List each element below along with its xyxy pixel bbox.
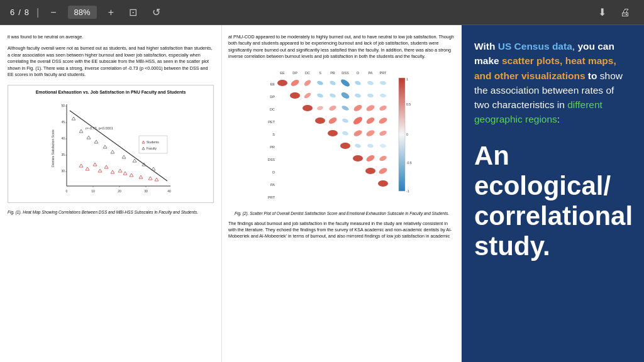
svg-point-106 bbox=[367, 143, 374, 148]
svg-text:DSS: DSS bbox=[341, 71, 349, 75]
svg-marker-39 bbox=[111, 150, 114, 153]
svg-point-87 bbox=[316, 106, 323, 111]
svg-text:0: 0 bbox=[406, 133, 408, 136]
svg-marker-37 bbox=[94, 140, 98, 143]
svg-marker-32 bbox=[148, 177, 152, 180]
svg-point-103 bbox=[379, 129, 387, 136]
svg-text:Students: Students bbox=[147, 140, 159, 144]
svg-text:20: 20 bbox=[118, 189, 121, 193]
scatter-chart-svg: 50 45 40 35 30 0 10 20 30 bbox=[48, 98, 174, 199]
svg-marker-24 bbox=[93, 163, 97, 166]
svg-point-101 bbox=[352, 129, 362, 138]
pdf-left-column: it was found to be neutral on average. A… bbox=[0, 25, 222, 362]
print-button[interactable]: 🖨 bbox=[616, 4, 634, 21]
svg-text:DSS: DSS bbox=[267, 158, 275, 162]
svg-text:PA: PA bbox=[368, 71, 372, 75]
side-panel-census-highlight: US Census data bbox=[498, 41, 572, 52]
svg-point-71 bbox=[303, 79, 312, 87]
download-button[interactable]: ⬇ bbox=[594, 4, 610, 21]
svg-point-79 bbox=[303, 92, 311, 99]
svg-point-92 bbox=[379, 104, 387, 111]
zoom-level-button[interactable]: 88% bbox=[68, 6, 97, 19]
main-content: it was found to be neutral on average. A… bbox=[0, 25, 644, 362]
svg-point-90 bbox=[352, 104, 362, 112]
svg-point-72 bbox=[316, 80, 323, 85]
svg-point-82 bbox=[340, 91, 350, 100]
svg-point-111 bbox=[365, 168, 375, 174]
svg-point-102 bbox=[365, 129, 375, 137]
svg-point-83 bbox=[354, 93, 361, 98]
pdf-page: it was found to be neutral on average. A… bbox=[0, 25, 462, 362]
toolbar: 6 / 8 | − 88% + ⊡ ↺ ⬇ 🖨 bbox=[0, 0, 644, 25]
svg-point-94 bbox=[327, 116, 337, 125]
svg-marker-41 bbox=[133, 159, 136, 162]
svg-text:50: 50 bbox=[61, 104, 65, 107]
svg-text:r=-0.73, p<0.0001: r=-0.73, p<0.0001 bbox=[86, 126, 113, 130]
svg-point-74 bbox=[340, 78, 351, 88]
svg-text:1: 1 bbox=[406, 77, 408, 81]
svg-marker-29 bbox=[123, 172, 127, 175]
svg-point-81 bbox=[329, 92, 336, 98]
svg-text:PA: PA bbox=[270, 183, 275, 187]
svg-marker-43 bbox=[152, 167, 155, 170]
svg-text:40: 40 bbox=[61, 136, 65, 140]
side-panel-large-text: An ecological/ correlational study. bbox=[474, 141, 631, 262]
side-panel-description: With US Census data, you can make scatte… bbox=[474, 39, 631, 127]
svg-text:-1: -1 bbox=[406, 189, 409, 193]
toolbar-divider-1: | bbox=[36, 7, 39, 18]
svg-point-110 bbox=[379, 155, 387, 162]
svg-point-78 bbox=[290, 92, 300, 99]
scatter-plot-area: Emotional Exhaustion vs. Job Satisfactio… bbox=[8, 85, 214, 203]
svg-point-98 bbox=[377, 116, 387, 125]
svg-rect-114 bbox=[399, 78, 405, 191]
heatmap-area: EE DP DC PET S PR DSS O PA PRT EE DP DC bbox=[228, 65, 455, 217]
svg-point-105 bbox=[354, 143, 361, 148]
svg-point-85 bbox=[379, 93, 386, 97]
side-panel-colon: : bbox=[557, 114, 560, 124]
svg-point-91 bbox=[365, 104, 375, 112]
pdf-left-para1: it was found to be neutral on average. bbox=[8, 34, 214, 40]
svg-point-73 bbox=[329, 80, 336, 86]
zoom-in-button[interactable]: + bbox=[104, 4, 118, 21]
heatmap-caption: Fig. (2). Scatter Plot of Overall Dentis… bbox=[228, 211, 455, 216]
page-current: 6 bbox=[10, 8, 14, 17]
svg-point-89 bbox=[341, 104, 349, 111]
svg-point-109 bbox=[365, 154, 375, 163]
svg-marker-33 bbox=[155, 178, 158, 181]
page-total: 8 bbox=[25, 8, 29, 17]
svg-point-76 bbox=[367, 80, 374, 85]
svg-text:S: S bbox=[272, 133, 275, 136]
page-indicator: 6 / 8 bbox=[10, 8, 29, 17]
svg-point-84 bbox=[367, 93, 374, 98]
svg-marker-36 bbox=[87, 136, 91, 139]
svg-marker-31 bbox=[139, 175, 143, 178]
svg-text:PR: PR bbox=[330, 71, 335, 75]
svg-text:Dentists Satisfaction Score: Dentists Satisfaction Score bbox=[51, 129, 55, 167]
svg-text:0: 0 bbox=[66, 189, 68, 193]
svg-marker-26 bbox=[104, 165, 108, 168]
svg-point-97 bbox=[365, 116, 375, 125]
svg-marker-35 bbox=[79, 129, 83, 133]
rotate-button[interactable]: ↺ bbox=[148, 4, 164, 21]
svg-text:45: 45 bbox=[61, 120, 65, 124]
svg-text:30: 30 bbox=[61, 169, 65, 173]
svg-text:DC: DC bbox=[270, 107, 275, 111]
svg-point-112 bbox=[377, 167, 387, 175]
chart-title: Emotional Exhaustion vs. Job Satisfactio… bbox=[12, 89, 209, 96]
svg-point-80 bbox=[316, 92, 323, 98]
svg-marker-40 bbox=[122, 155, 126, 158]
svg-text:DC: DC bbox=[305, 71, 310, 75]
fit-page-button[interactable]: ⊡ bbox=[125, 4, 141, 21]
svg-text:DP: DP bbox=[270, 95, 275, 99]
svg-marker-30 bbox=[130, 173, 133, 177]
svg-point-86 bbox=[303, 105, 313, 111]
svg-text:0.5: 0.5 bbox=[406, 102, 411, 106]
page-separator: / bbox=[18, 8, 21, 17]
zoom-out-button[interactable]: − bbox=[47, 4, 60, 21]
svg-text:S: S bbox=[319, 71, 321, 75]
toolbar-right-group: ⬇ 🖨 bbox=[594, 4, 634, 21]
svg-point-93 bbox=[315, 118, 325, 124]
svg-text:PET: PET bbox=[268, 120, 275, 124]
svg-text:EE: EE bbox=[280, 71, 285, 75]
side-panel: With US Census data, you can make scatte… bbox=[462, 25, 644, 362]
